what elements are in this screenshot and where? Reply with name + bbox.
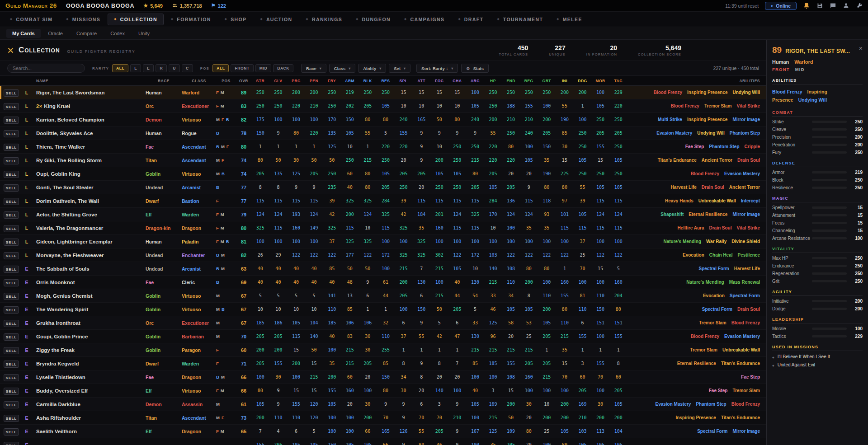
col-foc[interactable]: FOC xyxy=(430,79,448,83)
rarity-filter-r[interactable]: R xyxy=(156,64,167,72)
col-abilities[interactable]: ABILITIES xyxy=(627,79,766,83)
table-row[interactable]: SELLLValeria, The DragonmancerDragon-kin… xyxy=(0,221,766,235)
nav-tab-missions[interactable]: ◆Missions xyxy=(60,14,107,25)
sell-button[interactable]: SELL xyxy=(4,361,19,368)
table-row[interactable]: SELLLThiera, Time WalkerFaeAscendantBMF8… xyxy=(0,140,766,154)
pos-filter-all[interactable]: ALL xyxy=(212,64,229,72)
table-row[interactable]: SELLE15520510510515010510566980469100352… xyxy=(0,438,766,445)
sell-button[interactable]: SELL xyxy=(4,184,19,192)
nav-tab-collection[interactable]: ◆Collection xyxy=(108,14,164,25)
sell-button[interactable]: SELL xyxy=(4,415,19,422)
table-row[interactable]: SELLEBryndra KegweldDwarfWardenF71205155… xyxy=(0,357,766,370)
table-row[interactable]: SELLEGrukha IronthroatOrcExecutionerM671… xyxy=(0,316,766,330)
col-prc[interactable]: PRC xyxy=(287,79,305,83)
sell-button[interactable]: SELL xyxy=(4,442,19,445)
col-race[interactable]: RACE xyxy=(146,79,182,83)
table-row[interactable]: SELLLGideon, Lightbringer ExemplarHumanP… xyxy=(0,235,766,248)
sell-button[interactable]: SELL xyxy=(4,239,19,246)
table-row[interactable]: SELLLKarrian, Beloved ChampionDemonVirtu… xyxy=(0,113,766,126)
rarity-filter-u[interactable]: U xyxy=(169,64,180,72)
nav-tab-combat-sim[interactable]: ◆Combat Sim xyxy=(4,14,59,25)
table-row[interactable]: SELLECarmilla DarkblueDemonAssassinM6110… xyxy=(0,398,766,411)
race-dropdown[interactable]: Race▾ xyxy=(301,64,326,73)
online-status-button[interactable]: • Online xyxy=(765,2,797,10)
table-row[interactable]: SELLEZiggy the FreakGoblinParagonF602002… xyxy=(0,343,766,357)
pos-filter-front[interactable]: FRONT xyxy=(231,64,253,72)
table-row[interactable]: SELLLGonti, The Soul StealerUndeadArcani… xyxy=(0,181,766,194)
sub-tab-codex[interactable]: Codex xyxy=(104,29,131,38)
col-blk[interactable]: BLK xyxy=(359,79,377,83)
sub-tab-oracle[interactable]: Oracle xyxy=(42,29,69,38)
col-ovr[interactable]: OVR xyxy=(236,79,251,83)
sub-tab-my-cards[interactable]: My Cards xyxy=(6,29,41,38)
nav-tab-dungeon[interactable]: ◆Dungeon xyxy=(349,14,397,25)
nav-tab-tournament[interactable]: ◆Tournament xyxy=(491,14,549,25)
table-row[interactable]: SELLLAelor, the Shifting GroveElfWardenF… xyxy=(0,208,766,221)
col-grt[interactable]: GRT xyxy=(538,79,556,83)
sell-button[interactable]: SELL xyxy=(4,266,19,273)
nav-tab-campaigns[interactable]: ◆Campaigns xyxy=(398,14,451,25)
sell-button[interactable]: SELL xyxy=(4,279,19,286)
col-clv[interactable]: CLV xyxy=(269,79,288,83)
table-row[interactable]: SELLEMogh, Genius ChemistGoblinVirtuosoM… xyxy=(0,289,766,303)
nav-tab-rankings[interactable]: ◆Rankings xyxy=(300,14,349,25)
col-pos[interactable]: POS xyxy=(216,79,236,83)
bell-icon[interactable] xyxy=(803,2,810,9)
col-class[interactable]: CLASS xyxy=(182,79,216,83)
ability-dropdown[interactable]: Ability▾ xyxy=(358,64,386,73)
class-dropdown[interactable]: Class▾ xyxy=(329,64,355,73)
pos-filter-back[interactable]: BACK xyxy=(273,64,293,72)
rarity-filter-c[interactable]: C xyxy=(182,64,193,72)
nav-tab-melee[interactable]: ◆Melee xyxy=(550,14,589,25)
table-row[interactable]: SELLEBuddy, Oversized ElfElfVirtuosoFM66… xyxy=(0,384,766,398)
nav-tab-formation[interactable]: ◆Formation xyxy=(165,14,217,25)
col-hp[interactable]: HP xyxy=(484,79,502,83)
col-str[interactable]: STR xyxy=(251,79,269,83)
sell-button[interactable]: SELL xyxy=(4,117,19,124)
table-row[interactable]: SELLLMorvayne, the FleshweaverUndeadEnch… xyxy=(0,248,766,262)
stats-toggle-button[interactable]: ⚙ Stats xyxy=(461,64,489,73)
pos-filter-mid[interactable]: MID xyxy=(255,64,271,72)
sell-button[interactable]: SELL xyxy=(4,89,19,97)
rarity-filter-l[interactable]: L xyxy=(130,64,141,72)
sell-button[interactable]: SELL xyxy=(4,306,19,314)
col-res[interactable]: RES xyxy=(377,79,395,83)
nav-tab-shop[interactable]: ◆Shop xyxy=(218,14,253,25)
col-att[interactable]: ATT xyxy=(412,79,430,83)
col-cha[interactable]: CHA xyxy=(448,79,467,83)
col-name[interactable]: NAME xyxy=(33,79,146,83)
chat-icon[interactable] xyxy=(830,2,836,9)
sub-tab-compare[interactable]: Compare xyxy=(71,29,103,38)
sell-button[interactable]: SELL xyxy=(4,144,19,151)
col-arc[interactable]: ARC xyxy=(466,79,484,83)
col-pen[interactable]: PEN xyxy=(305,79,323,83)
table-row[interactable]: SELLLDoolittle, Skyvales AceHumanRogueB7… xyxy=(0,126,766,140)
col-end[interactable]: END xyxy=(502,79,520,83)
table-row[interactable]: SELLEThe Wandering SpiritGoblinVirtuosoM… xyxy=(0,303,766,316)
sell-button[interactable]: SELL xyxy=(4,347,19,354)
col-ddg[interactable]: DDG xyxy=(574,79,592,83)
search-input[interactable] xyxy=(7,64,85,73)
col-spl[interactable]: SPL xyxy=(395,79,413,83)
sell-button[interactable]: SELL xyxy=(4,103,19,110)
profile-icon[interactable] xyxy=(843,2,849,9)
set-dropdown[interactable]: Set▾ xyxy=(389,64,410,73)
table-row[interactable]: SELLLDorim Oathvein, The WallDwarfBastio… xyxy=(0,194,766,208)
table-row[interactable]: SELLLRigor, The Last SwordsmanHumanWarlo… xyxy=(0,86,766,99)
sell-button[interactable]: SELL xyxy=(4,320,19,327)
table-row[interactable]: SELLLOupi, Goblin KingGoblinVirtuosoMB74… xyxy=(0,167,766,181)
col-tac[interactable]: TAC xyxy=(609,79,627,83)
detail-ability-undying-will[interactable]: Undying Will xyxy=(798,97,827,103)
table-row[interactable]: SELLELyselle ThistledownFaeDragoonBM6610… xyxy=(0,370,766,384)
close-icon[interactable]: × xyxy=(859,45,863,52)
col-ini[interactable]: INI xyxy=(556,79,574,83)
rarity-filter-all[interactable]: ALL xyxy=(112,64,128,72)
table-row[interactable]: SELLLRy Giki, The Rolling StormTitanAsce… xyxy=(0,154,766,167)
col-reg[interactable]: REG xyxy=(520,79,538,83)
table-row[interactable]: SELLEOrris MoonknotFaeClericB69404040404… xyxy=(0,276,766,289)
table-row[interactable]: SELLEThe Sabbath of SoulsUndeadArcanistB… xyxy=(0,262,766,276)
col-fry[interactable]: FRY xyxy=(323,79,341,83)
wrench-icon[interactable] xyxy=(856,2,863,9)
sell-button[interactable]: SELL xyxy=(4,211,19,219)
sell-button[interactable]: SELL xyxy=(4,428,19,436)
